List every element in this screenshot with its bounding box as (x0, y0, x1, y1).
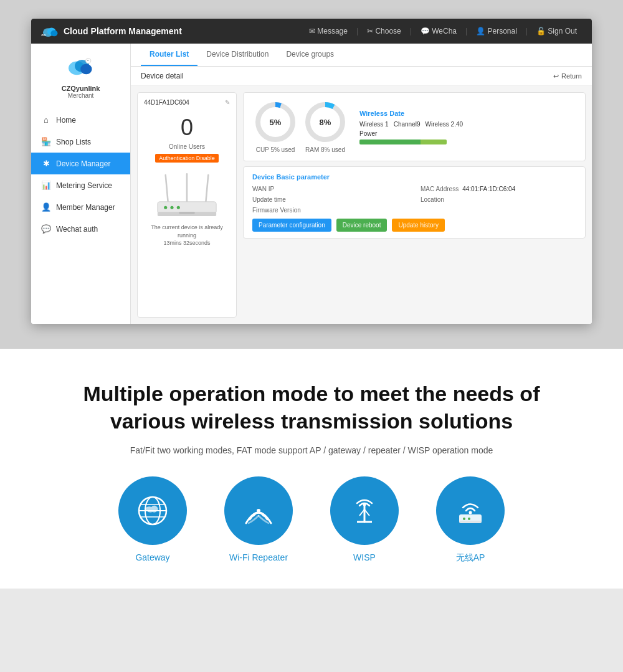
wifi-repeater-label: Wi-Fi Repeater (229, 552, 288, 562)
sidebar-item-member[interactable]: 👤 Member Manager (31, 196, 130, 218)
router-illustration (150, 169, 224, 219)
router-mac-id: 44D1FA1DC604 (144, 99, 189, 106)
svg-point-39 (468, 518, 470, 520)
svg-text:5%: 5% (270, 118, 282, 127)
gateway-icon (134, 492, 171, 529)
browser-window: co Cloud Platform Management ✉ Message |… (31, 19, 592, 324)
sidebar-label-home: Home (56, 116, 76, 125)
home-icon: ⌂ (41, 115, 51, 125)
return-label: Return (561, 72, 582, 80)
svg-point-38 (463, 518, 465, 520)
sidebar-item-wechat[interactable]: 💬 Wechat auth (31, 218, 130, 240)
power-bar (359, 140, 447, 144)
ram-label: RAM 8% used (305, 146, 345, 153)
top-section: co Cloud Platform Management ✉ Message |… (0, 0, 623, 349)
top-nav-bar: co Cloud Platform Management ✉ Message |… (31, 19, 592, 44)
firmware-key: Firmware Version (252, 207, 301, 214)
sidebar-label-shoplists: Shop Lists (56, 138, 91, 146)
svg-point-35 (363, 503, 366, 506)
return-button[interactable]: ↩ Return (553, 72, 582, 80)
device-icon: ✱ (41, 159, 51, 168)
sidebar-label-wechat: Wechat auth (56, 225, 98, 234)
param-config-button[interactable]: Parameter configuration (252, 219, 331, 232)
sidebar-label-device: Device Manager (56, 159, 110, 168)
edit-icon[interactable]: ✎ (225, 99, 230, 106)
svg-line-11 (206, 175, 208, 204)
update-time-key: Update time (252, 196, 286, 203)
device-reboot-button[interactable]: Device reboot (336, 219, 388, 232)
auth-badge: Authentication Disable (155, 154, 219, 163)
metering-icon: 📊 (41, 181, 51, 190)
svg-point-16 (177, 206, 180, 209)
svg-point-15 (170, 206, 173, 209)
power-label: Power (359, 130, 377, 137)
mac-address-key: MAC Address (421, 186, 459, 192)
icon-wisp: WISP (330, 476, 399, 564)
svg-text:co: co (41, 32, 45, 37)
bottom-section: Multiple operation mode to meet the need… (0, 349, 623, 589)
wifi-repeater-icon (240, 492, 277, 529)
tab-device-groups[interactable]: Device groups (277, 44, 343, 66)
svg-point-40 (469, 511, 472, 514)
sidebar-label-metering: Metering Service (56, 181, 112, 190)
sidebar-item-shoplists[interactable]: 🏪 Shop Lists (31, 131, 130, 153)
params-grid: WAN IP MAC Address 44:01:FA:1D:C6:04 Upd… (252, 186, 576, 214)
svg-rect-37 (459, 521, 482, 523)
sidebar-item-home[interactable]: ⌂ Home (31, 109, 130, 131)
wireless-row1: Wireless 1 Channel9 Wireless 2.40 (359, 121, 575, 128)
router-card: 44D1FA1DC604 ✎ 0 Online Users Authentica… (137, 92, 237, 318)
svg-line-9 (166, 175, 168, 204)
router-uptime: The current device is already running13m… (144, 224, 230, 247)
wisp-icon (346, 492, 383, 529)
wireless-ap-icon (452, 492, 489, 529)
top-nav-links: ✉ Message | ✂ Choose | 💬 WeCha | 👤 Perso… (304, 27, 582, 35)
location-row: Location (421, 196, 576, 203)
wifi-repeater-circle (224, 476, 293, 545)
wireless-channel: Channel9 (394, 121, 421, 128)
sidebar-item-devicemanager[interactable]: ✱ Device Manager (31, 153, 130, 174)
wisp-circle (330, 476, 399, 545)
firmware-row: Firmware Version (252, 207, 408, 214)
headline-subtitle: Fat/Fit two working modes, FAT mode supp… (50, 443, 573, 457)
ram-donut-chart: 8% (303, 100, 347, 144)
tab-router-list[interactable]: Router List (141, 44, 197, 66)
brand-title: Cloud Platform Management (64, 26, 182, 36)
wireless-info: Wireless Date Wireless 1 Channel9 Wirele… (353, 110, 575, 144)
signout-link[interactable]: 🔓 Sign Out (531, 27, 582, 35)
headline: Multiple operation mode to meet the need… (50, 380, 573, 458)
sidebar-username: CZQyunlink (62, 85, 100, 92)
device-params: Device Basic parameter WAN IP MAC Addres… (243, 166, 586, 239)
sidebar: ° CZQyunlink Merchant ⌂ Home 🏪 Shop List… (31, 44, 131, 324)
wireless-ap-label: 无线AP (456, 552, 485, 564)
wecha-link[interactable]: 💬 WeCha (416, 27, 462, 35)
cpu-donut-chart: 5% (254, 100, 297, 144)
return-arrow-icon: ↩ (553, 72, 559, 80)
message-link[interactable]: ✉ Message (304, 27, 353, 35)
main-area: ° CZQyunlink Merchant ⌂ Home 🏪 Shop List… (31, 44, 592, 324)
tab-bar: Router List Device Distribution Device g… (131, 44, 592, 67)
wechat-icon: 💬 (41, 224, 51, 234)
device-body: 44D1FA1DC604 ✎ 0 Online Users Authentica… (131, 86, 592, 324)
wireless-ap-circle (436, 476, 505, 545)
gateway-circle (118, 476, 187, 545)
sidebar-label-member: Member Manager (56, 203, 115, 212)
svg-point-14 (164, 206, 167, 209)
mac-address-row: MAC Address 44:01:FA:1D:C6:04 (421, 186, 576, 192)
shop-icon: 🏪 (41, 137, 51, 146)
wisp-label: WISP (353, 552, 376, 562)
svg-point-2 (50, 31, 57, 37)
params-title: Device Basic parameter (252, 173, 576, 181)
sidebar-item-metering[interactable]: 📊 Metering Service (31, 174, 130, 196)
choose-link[interactable]: ✂ Choose (362, 27, 406, 35)
device-detail-title: Device detail (141, 72, 184, 80)
svg-text:8%: 8% (320, 118, 331, 127)
wireless1-label: Wireless 1 (359, 121, 389, 128)
update-time-row: Update time (252, 196, 408, 203)
headline-title: Multiple operation mode to meet the need… (50, 380, 573, 435)
wan-ip-row: WAN IP (252, 186, 408, 192)
personal-link[interactable]: 👤 Personal (471, 27, 522, 35)
tab-device-distribution[interactable]: Device Distribution (197, 44, 277, 66)
update-history-button[interactable]: Update history (392, 219, 444, 232)
online-users-count: 0 (181, 115, 193, 141)
wireless-band: Wireless 2.40 (426, 121, 464, 128)
